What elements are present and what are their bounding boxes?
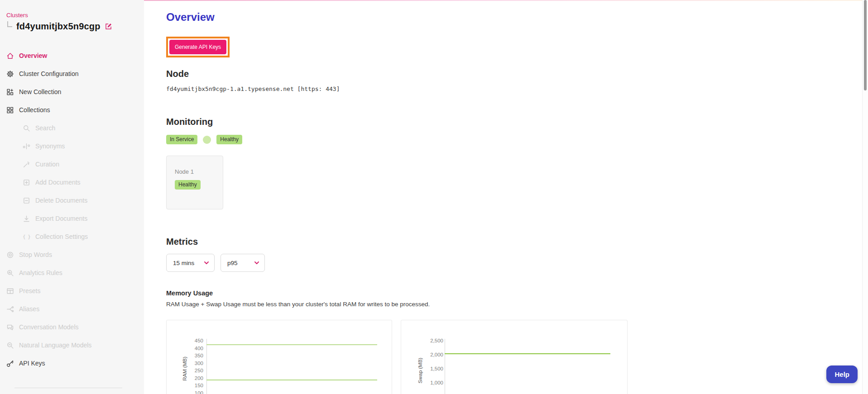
generate-api-keys-button[interactable]: Generate API Keys: [169, 40, 226, 54]
duration-select[interactable]: 15 mins: [166, 254, 215, 272]
metrics-filters: 15 mins p95: [166, 254, 868, 272]
sidebar-divider: [14, 388, 122, 388]
sidebar-item-label: Export Documents: [35, 215, 87, 222]
sidebar-item-collection-settings: { }Collection Settings: [0, 228, 144, 246]
y-tick-label: 2,000: [419, 351, 443, 358]
scrollbar-thumb[interactable]: [864, 0, 867, 90]
edit-cluster-icon[interactable]: [105, 23, 112, 30]
sidebar-item-label: Collections: [19, 106, 50, 114]
chat-icon: [6, 323, 14, 331]
search-icon: [23, 124, 30, 132]
in-service-badge: In Service: [166, 135, 197, 144]
y-tick-label: 250: [179, 367, 203, 374]
sidebar-item-label: Presets: [19, 287, 40, 294]
sidebar-item-label: Search: [35, 124, 55, 132]
sidebar-item-label: Add Documents: [35, 179, 81, 186]
sidebar-item-label: Conversation Models: [19, 323, 79, 331]
sidebar-item-synonyms: Synonyms: [0, 137, 144, 155]
stop-circle-icon: [6, 251, 14, 259]
sidebar-item-curation: Curation: [0, 155, 144, 173]
sidebar-item-label: Delete Documents: [35, 197, 87, 204]
branch-icon: [6, 305, 14, 313]
chevron-down-icon: [254, 261, 259, 264]
cluster-status-row: In Service Healthy: [166, 135, 868, 144]
sidebar-item-label: New Collection: [19, 88, 61, 95]
page-title: Overview: [166, 11, 868, 24]
sidebar-item-label: Synonyms: [35, 142, 65, 150]
braces-icon: { }: [23, 233, 30, 241]
main-content: Overview Generate API Keys Node fd4yumit…: [144, 0, 868, 394]
sidebar-item-label: Stop Words: [19, 251, 52, 258]
sidebar-item-overview[interactable]: Overview: [0, 47, 144, 65]
percentile-select[interactable]: p95: [221, 254, 265, 272]
sidebar-nav: OverviewCluster ConfigurationNew Collect…: [0, 47, 144, 372]
y-tick-label: 350: [179, 352, 203, 359]
node-heading: Node: [166, 69, 868, 79]
percentile-select-value: p95: [227, 260, 238, 266]
grid-icon: [6, 106, 14, 114]
sidebar-item-api-keys[interactable]: API Keys: [0, 354, 144, 372]
scrollbar-track[interactable]: [862, 0, 868, 394]
synonyms-icon: [23, 142, 30, 150]
duration-select-value: 15 mins: [173, 260, 194, 266]
health-dot: [203, 136, 211, 144]
sidebar-item-delete-documents: Delete Documents: [0, 191, 144, 209]
y-tick-label: 150: [179, 382, 203, 389]
sidebar-item-new-collection[interactable]: New Collection: [0, 83, 144, 101]
y-tick-label: 2,500: [419, 337, 443, 344]
sidebar-item-label: Curation: [35, 161, 59, 168]
sidebar-item-label: Overview: [19, 52, 47, 59]
click-highlight-frame: Generate API Keys: [166, 37, 230, 57]
node-card-title: Node 1: [175, 168, 223, 175]
y-tick-label: 100: [179, 390, 203, 394]
download-icon: [23, 215, 30, 223]
healthy-badge: Healthy: [216, 135, 242, 144]
wand-icon: [23, 161, 30, 168]
cluster-header: fd4yumitjbx5n9cgp: [0, 21, 144, 32]
sidebar-item-label: Natural Language Models: [19, 342, 91, 349]
sidebar-item-export-documents: Export Documents: [0, 209, 144, 228]
sidebar-item-aliases: Aliases: [0, 300, 144, 318]
sidebar-item-label: API Keys: [19, 360, 45, 367]
sidebar-item-label: Aliases: [19, 305, 39, 313]
sidebar-item-natural-language-models: Natural Language Models: [0, 336, 144, 354]
node-healthy-badge: Healthy: [175, 180, 201, 190]
grid-plus-icon: [6, 88, 14, 96]
sidebar-item-label: Collection Settings: [35, 233, 88, 240]
sidebar-item-cluster-configuration[interactable]: Cluster Configuration: [0, 65, 144, 83]
metrics-heading: Metrics: [166, 237, 868, 247]
series-line-total-ram: [206, 344, 377, 345]
sidebar-item-stop-words: Stop Words: [0, 246, 144, 264]
search-nl-icon: [6, 342, 14, 349]
node-url: fd4yumitjbx5n9cgp-1.a1.typesense.net [ht…: [166, 85, 868, 92]
gear-icon: [6, 70, 14, 78]
sidebar: Clusters fd4yumitjbx5n9cgp OverviewClust…: [0, 0, 144, 394]
breadcrumb-clusters[interactable]: Clusters: [0, 0, 144, 19]
series-line-ram-used: [206, 380, 377, 380]
sidebar-item-presets: Presets: [0, 282, 144, 300]
home-icon: [6, 52, 14, 60]
ram-usage-chart: RAM (MB) 450400350300250200150100: [166, 320, 392, 394]
y-tick-label: 400: [179, 345, 203, 351]
sidebar-item-search: Search: [0, 119, 144, 137]
sidebar-item-label: Cluster Configuration: [19, 70, 79, 77]
memory-usage-note: RAM Usage + Swap Usage must be less than…: [166, 301, 868, 308]
help-button[interactable]: Help: [826, 366, 858, 383]
table-icon: [6, 287, 14, 295]
search-chart-icon: [6, 269, 14, 277]
doc-plus-icon: [23, 179, 30, 186]
y-tick-label: 1,000: [419, 380, 443, 386]
y-tick-label: 300: [179, 360, 203, 366]
tree-connector: [7, 21, 12, 27]
y-tick-label: 450: [179, 337, 203, 344]
monitoring-heading: Monitoring: [166, 117, 868, 127]
y-axis-line: [445, 339, 445, 394]
chevron-down-icon: [204, 261, 209, 264]
doc-minus-icon: [23, 197, 30, 204]
y-tick-label: 1,500: [419, 366, 443, 372]
y-tick-label: 200: [179, 375, 203, 381]
sidebar-item-label: Analytics Rules: [19, 269, 62, 276]
cluster-name: fd4yumitjbx5n9cgp: [16, 21, 101, 32]
sidebar-item-collections[interactable]: Collections: [0, 101, 144, 119]
memory-usage-heading: Memory Usage: [166, 290, 868, 297]
